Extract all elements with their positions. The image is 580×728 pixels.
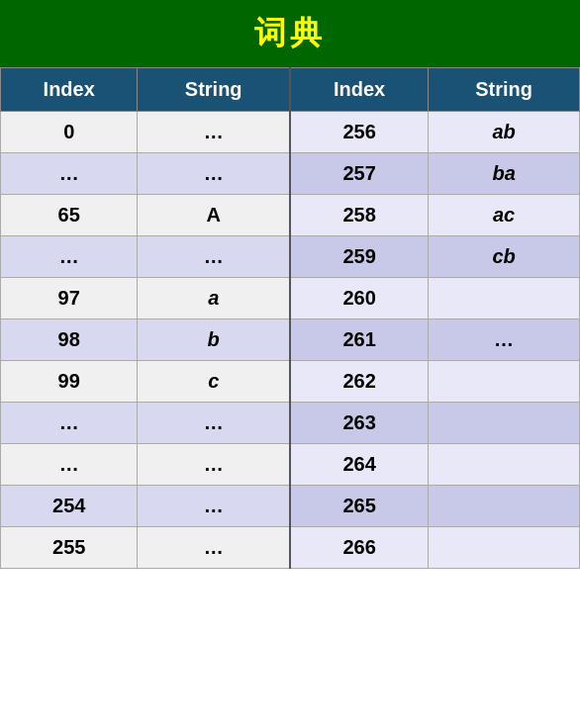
table-row: ……257ba [1, 153, 580, 195]
left-string-cell: … [138, 444, 290, 486]
right-string-cell: ab [429, 112, 580, 153]
right-string-cell [429, 361, 580, 403]
left-index-cell: 254 [1, 486, 138, 527]
right-index-cell: 262 [290, 361, 429, 403]
table-row: 255…266 [1, 527, 580, 569]
right-string-cell: … [429, 319, 580, 361]
left-index-cell: 99 [1, 361, 138, 403]
col-header-right-string: String [429, 68, 580, 112]
left-string-cell: a [138, 278, 290, 319]
table-row: 97a260 [1, 278, 580, 319]
right-index-cell: 264 [290, 444, 429, 486]
table-row: ……263 [1, 403, 580, 444]
table-body: 0…256ab……257ba65A258ac……259cb97a26098b26… [1, 112, 580, 569]
title-bar: 词典 [0, 0, 580, 67]
right-string-cell [429, 486, 580, 527]
table-row: 254…265 [1, 486, 580, 527]
title-text: 词典 [254, 15, 326, 50]
right-index-cell: 265 [290, 486, 429, 527]
left-index-cell: … [1, 444, 138, 486]
left-string-cell: … [138, 153, 290, 195]
left-string-cell: … [138, 527, 290, 569]
left-index-cell: 65 [1, 195, 138, 236]
left-string-cell: A [138, 195, 290, 236]
table-row: 99c262 [1, 361, 580, 403]
table-row: 65A258ac [1, 195, 580, 236]
col-header-left-index: Index [1, 68, 138, 112]
right-index-cell: 259 [290, 236, 429, 278]
left-string-cell: … [138, 236, 290, 278]
right-string-cell [429, 444, 580, 486]
left-index-cell: 97 [1, 278, 138, 319]
left-index-cell: … [1, 236, 138, 278]
right-string-cell: cb [429, 236, 580, 278]
left-string-cell: c [138, 361, 290, 403]
left-string-cell: … [138, 486, 290, 527]
right-string-cell [429, 278, 580, 319]
left-string-cell: … [138, 403, 290, 444]
col-header-left-string: String [138, 68, 290, 112]
right-index-cell: 260 [290, 278, 429, 319]
left-index-cell: … [1, 403, 138, 444]
table-row: 0…256ab [1, 112, 580, 153]
col-header-right-index: Index [290, 68, 429, 112]
table-row: 98b261… [1, 319, 580, 361]
left-index-cell: 255 [1, 527, 138, 569]
right-index-cell: 258 [290, 195, 429, 236]
right-string-cell [429, 403, 580, 444]
left-string-cell: … [138, 112, 290, 153]
left-string-cell: b [138, 319, 290, 361]
table-header-row: Index String Index String [1, 68, 580, 112]
right-index-cell: 256 [290, 112, 429, 153]
main-container: 词典 Index String Index String 0…256ab……25… [0, 0, 580, 569]
dictionary-table: Index String Index String 0…256ab……257ba… [0, 67, 580, 569]
right-string-cell: ac [429, 195, 580, 236]
table-row: ……259cb [1, 236, 580, 278]
left-index-cell: 0 [1, 112, 138, 153]
right-index-cell: 261 [290, 319, 429, 361]
left-index-cell: 98 [1, 319, 138, 361]
right-string-cell [429, 527, 580, 569]
right-index-cell: 263 [290, 403, 429, 444]
right-index-cell: 266 [290, 527, 429, 569]
table-row: ……264 [1, 444, 580, 486]
right-string-cell: ba [429, 153, 580, 195]
left-index-cell: … [1, 153, 138, 195]
right-index-cell: 257 [290, 153, 429, 195]
